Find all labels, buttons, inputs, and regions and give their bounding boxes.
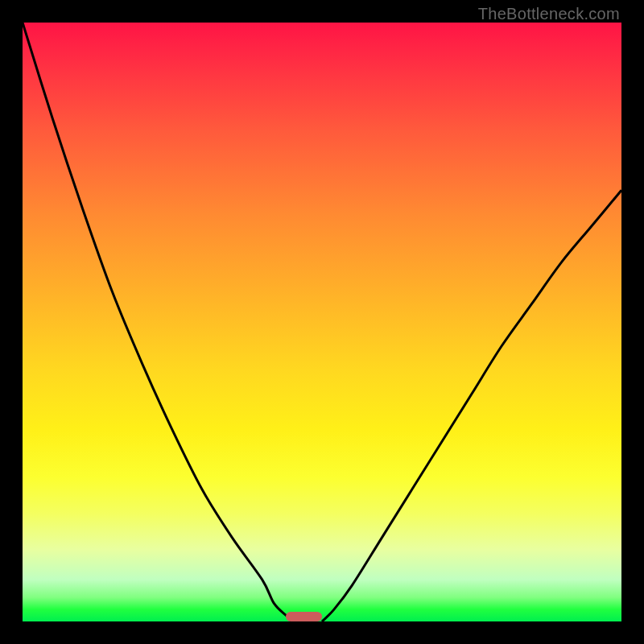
left-curve-path [23,23,292,621]
bottleneck-marker [286,612,322,621]
plot-area [23,23,621,621]
watermark-text: TheBottleneck.com [478,5,620,23]
curve-svg [23,23,621,621]
chart-container: TheBottleneck.com [0,0,644,644]
right-curve-path [322,190,621,621]
